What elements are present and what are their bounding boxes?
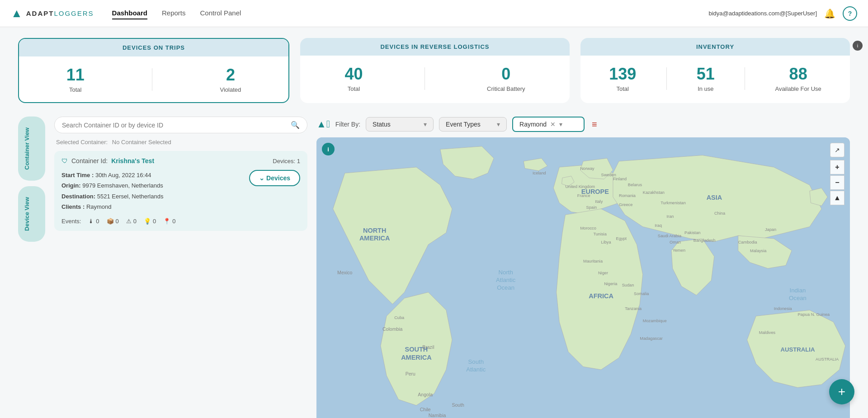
stats-row: DEVICES ON TRIPS 11 Total 2 Violated DEV…: [0, 27, 868, 112]
stat-inventory-available-label: Available For Use: [775, 85, 821, 92]
svg-text:NORTH: NORTH: [363, 227, 387, 234]
map-expand-button[interactable]: ↗: [830, 143, 844, 157]
map-info-button[interactable]: i: [322, 143, 335, 155]
container-card: 🛡 Container Id: Krishna's Test Devices: …: [54, 151, 307, 231]
svg-text:ASIA: ASIA: [707, 194, 722, 201]
sidebar-tab-container-view[interactable]: Container View: [18, 117, 45, 181]
stat-card-reverse: DEVICES IN REVERSE LOGISTICS 40 Total 0 …: [300, 38, 570, 103]
status-filter[interactable]: Status ▾: [366, 117, 434, 132]
clear-raymond-filter-icon[interactable]: ✕: [550, 121, 556, 128]
svg-text:Turkmenistan: Turkmenistan: [660, 201, 686, 205]
svg-text:AUSTRALIA: AUSTRALIA: [780, 346, 815, 353]
destination-value: 5521 Eersel, Netherlands: [97, 193, 164, 200]
help-button[interactable]: ?: [843, 6, 857, 21]
svg-text:France: France: [577, 193, 590, 198]
svg-text:Mexico: Mexico: [337, 270, 353, 275]
world-map: NORTH AMERICA SOUTH AMERICA EUROPE AFRIC…: [316, 137, 850, 418]
stat-header-reverse: DEVICES IN REVERSE LOGISTICS: [300, 38, 570, 56]
location-icon: 📍: [163, 218, 170, 225]
container-id-label: Container Id:: [71, 157, 108, 164]
svg-text:Atlantic: Atlantic: [466, 366, 486, 373]
search-icon: 🔍: [291, 121, 300, 129]
chevron-down-icon: ⌄: [259, 174, 264, 182]
stat-divider: [152, 68, 152, 91]
svg-text:Kazakhstan: Kazakhstan: [643, 190, 665, 195]
upload-icon[interactable]: ▲⃝: [316, 118, 330, 130]
map-area: ▲⃝ Filter By: Status ▾ Event Types ▾ Ray…: [316, 112, 850, 418]
logo-text: ADAPTLOGGERS: [26, 9, 94, 17]
map-container: NORTH AMERICA SOUTH AMERICA EUROPE AFRIC…: [316, 137, 850, 418]
nav-dashboard[interactable]: Dashboard: [112, 7, 147, 19]
stat-trips-total-label: Total: [66, 86, 85, 93]
svg-text:Indonesia: Indonesia: [774, 306, 793, 311]
svg-text:Madagascar: Madagascar: [640, 336, 663, 341]
svg-text:Oman: Oman: [670, 240, 681, 244]
svg-text:United Kingdom: United Kingdom: [565, 184, 595, 189]
sidebar-tab-device-view[interactable]: Device View: [18, 186, 45, 242]
stat-trips-total: 11 Total: [66, 66, 85, 93]
svg-text:Atlantic: Atlantic: [496, 277, 516, 283]
filter-by-label: Filter By:: [335, 121, 360, 128]
nav-control-panel[interactable]: Control Panel: [200, 7, 241, 19]
notification-bell[interactable]: 🔔: [824, 8, 835, 19]
svg-text:Iran: Iran: [667, 214, 674, 219]
svg-text:Morocco: Morocco: [580, 226, 596, 230]
stat-inventory-total-num: 139: [609, 65, 636, 84]
nav-reports[interactable]: Reports: [162, 7, 186, 19]
stat-divider-4: [745, 67, 745, 90]
devices-button[interactable]: ⌄ Devices: [249, 170, 300, 186]
clients-value: Raymond: [86, 203, 112, 210]
sidebar-tabs: Container View Device View: [18, 112, 45, 418]
map-zoom-out-button[interactable]: −: [830, 175, 844, 190]
svg-text:Chile: Chile: [420, 407, 431, 412]
search-input[interactable]: [62, 122, 287, 129]
left-panel: 🔍 Selected Container: No Container Selec…: [54, 112, 307, 418]
event-types-filter-label: Event Types: [446, 121, 481, 128]
stat-inventory-total: 139 Total: [609, 65, 636, 92]
filter-menu-icon[interactable]: ≡: [592, 119, 597, 130]
chevron-down-icon-2: ▾: [497, 121, 500, 128]
shield-icon: 🛡: [61, 157, 68, 164]
stat-reverse-critical-label: Critical Battery: [487, 85, 525, 92]
stat-inventory-total-label: Total: [609, 85, 636, 92]
stat-divider-3: [666, 67, 667, 90]
stat-body-reverse: 40 Total 0 Critical Battery: [300, 56, 570, 101]
event-types-filter[interactable]: Event Types ▾: [439, 117, 507, 132]
info-side-button[interactable]: i: [853, 41, 863, 51]
svg-text:Iraq: Iraq: [655, 223, 662, 228]
devices-count-badge: Devices: 1: [273, 158, 300, 164]
selected-container-label: Selected Container: No Container Selecte…: [54, 139, 307, 146]
map-zoom-controls: + − ▲: [830, 160, 844, 205]
svg-text:Egypt: Egypt: [616, 236, 627, 241]
map-compass-button[interactable]: ▲: [830, 191, 844, 205]
raymond-filter-label: Raymond: [519, 121, 547, 128]
search-bar[interactable]: 🔍: [54, 117, 307, 133]
stat-inventory-inuse: 51 In use: [697, 65, 715, 92]
stat-inventory-available-num: 88: [775, 65, 821, 84]
origin-value: 9979 Eemshaven, Netherlands: [82, 182, 163, 189]
warning-icon: ⚠: [126, 218, 132, 225]
event-temp-item: 🌡 0: [88, 218, 99, 225]
svg-text:Tanzania: Tanzania: [625, 306, 642, 311]
svg-text:Spain: Spain: [586, 205, 597, 210]
svg-text:Mauritania: Mauritania: [583, 259, 603, 263]
event-box-item: 📦 0: [107, 218, 119, 225]
svg-text:Libya: Libya: [601, 240, 612, 244]
event-light-value: 0: [153, 218, 156, 225]
svg-text:Yemen: Yemen: [673, 248, 685, 253]
logo-icon: ▲: [11, 6, 23, 20]
start-time-label: Start Time :: [61, 172, 94, 178]
raymond-filter[interactable]: Raymond ✕ ▾: [512, 117, 585, 132]
svg-text:Finland: Finland: [613, 177, 627, 181]
map-zoom-in-button[interactable]: +: [830, 160, 844, 174]
user-email: bidya@adaptideations.com@[SuperUser]: [708, 10, 817, 17]
fab-add-button[interactable]: +: [829, 379, 854, 404]
selected-container-value: No Container Selected: [112, 139, 171, 146]
svg-text:Cambodia: Cambodia: [738, 240, 758, 244]
svg-text:Maldives: Maldives: [759, 330, 776, 335]
svg-text:Peru: Peru: [406, 371, 415, 376]
origin-label: Origin:: [61, 182, 81, 189]
light-icon: 💡: [144, 218, 151, 225]
container-id-value: Krishna's Test: [111, 157, 154, 164]
svg-text:Saudi Arabia: Saudi Arabia: [658, 234, 682, 238]
